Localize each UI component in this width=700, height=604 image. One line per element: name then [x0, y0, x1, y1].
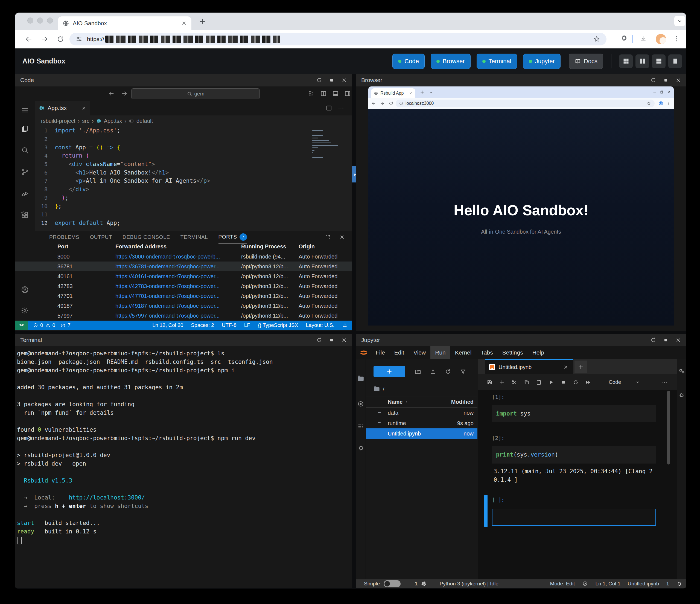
panel-reload-icon[interactable] [316, 77, 322, 83]
cell-type-chevron-icon[interactable] [635, 380, 640, 385]
breadcrumb-symbol[interactable]: default [136, 118, 153, 124]
back-button[interactable] [25, 35, 33, 43]
bookmark-icon[interactable] [593, 35, 600, 43]
extensions-sidebar-icon[interactable] [21, 211, 29, 219]
editor-tab-apptsx[interactable]: App.tsx [35, 101, 90, 116]
embedded-forward-icon[interactable] [380, 101, 385, 106]
cell-editor[interactable]: import sys [492, 405, 656, 422]
tab-close-icon[interactable] [181, 20, 187, 26]
panel-maximize-icon[interactable] [663, 337, 669, 343]
forwarded-address-link[interactable]: https://42783-ondemand-t7osqboc-power... [116, 283, 241, 289]
port-row[interactable]: 36781https://36781-ondemand-t7osqboc-pow… [15, 262, 352, 271]
panel-maximize-icon[interactable] [329, 337, 334, 343]
maximize-panel-icon[interactable] [325, 234, 331, 240]
menu-view[interactable]: View [409, 346, 430, 359]
port-row[interactable]: 40161https://40161-ondemand-t7osqboc-pow… [15, 271, 352, 281]
new-notebook-tab-button[interactable] [574, 361, 587, 373]
cell-editor[interactable] [492, 509, 656, 526]
file-browser-icon[interactable] [357, 377, 364, 381]
debugger-icon[interactable] [678, 391, 685, 398]
copy-cell-icon[interactable] [523, 379, 530, 385]
terminal-output[interactable]: gem@ondemand-t7osqboc-powerbmiuo-fspfs:~… [17, 350, 350, 586]
source-control-icon[interactable] [21, 168, 29, 176]
panel-close-icon[interactable] [341, 77, 347, 83]
notebook-cells[interactable]: [1]:import sys[2]:print(sys.version)3.12… [478, 390, 677, 579]
editor-tab-close-icon[interactable] [81, 105, 86, 111]
panel-close-icon[interactable] [675, 77, 681, 83]
panel-reload-icon[interactable] [316, 337, 322, 343]
customize-layout-icon[interactable] [308, 90, 315, 97]
panel-maximize-icon[interactable] [329, 77, 334, 83]
new-folder-icon[interactable] [415, 368, 421, 375]
traffic-light-zoom[interactable] [47, 18, 53, 24]
embedded-back-icon[interactable] [371, 101, 376, 106]
property-inspector-icon[interactable] [678, 368, 685, 375]
service-button-code[interactable]: Code [392, 54, 425, 69]
panel-reload-icon[interactable] [650, 337, 656, 343]
extensions-icon[interactable] [620, 35, 628, 43]
forwarded-address-link[interactable]: https://47701-ondemand-t7osqboc-power... [116, 293, 241, 299]
reload-button[interactable] [56, 35, 65, 43]
address-bar[interactable]: https:// [70, 33, 606, 45]
service-button-browser[interactable]: Browser [431, 54, 471, 69]
traffic-light-minimize[interactable] [37, 18, 43, 24]
file-breadcrumb[interactable]: / [366, 384, 477, 394]
service-button-terminal[interactable]: Terminal [477, 54, 517, 69]
tab-search-button[interactable] [674, 16, 685, 26]
refresh-icon[interactable] [445, 368, 451, 375]
embedded-minimize-icon[interactable] [652, 90, 657, 94]
port-row[interactable]: 42783https://42783-ondemand-t7osqboc-pow… [15, 281, 352, 291]
menu-help[interactable]: Help [528, 346, 549, 359]
running-kernels-icon[interactable] [357, 401, 364, 407]
layout-grid-button[interactable] [619, 54, 633, 68]
cell-editor[interactable]: print(sys.version) [492, 446, 656, 463]
forwarded-ports-status[interactable]: 7 [60, 322, 71, 328]
run-cell-icon[interactable] [548, 379, 554, 385]
menu-icon[interactable] [21, 106, 29, 114]
remote-indicator[interactable]: >< [15, 321, 28, 330]
panel-maximize-icon[interactable] [663, 77, 669, 83]
run-all-icon[interactable] [585, 379, 591, 385]
cell-type-select[interactable]: Code [609, 379, 621, 385]
embedded-restore-icon[interactable] [660, 90, 664, 94]
spaces-status[interactable]: Spaces: 2 [191, 322, 214, 328]
toggle-panel-icon[interactable] [332, 90, 339, 97]
eol-status[interactable]: LF [244, 322, 250, 328]
problems-status[interactable]: 0 0 [33, 322, 55, 328]
search-sidebar-icon[interactable] [21, 146, 29, 154]
extension-manager-icon[interactable] [357, 445, 364, 452]
browser-tab[interactable]: AIO Sandbox [58, 17, 192, 30]
split-editor-right-icon[interactable] [325, 104, 332, 112]
language-status[interactable]: {} TypeScript JSX [258, 322, 298, 328]
breadcrumb[interactable]: rsbuild-project› src› App.tsx› default [35, 116, 352, 126]
command-center-search[interactable]: gem [131, 88, 260, 99]
notebook-tab-close-icon[interactable] [563, 364, 569, 370]
split-editor-icon[interactable] [320, 90, 327, 97]
embedded-bookmark-icon[interactable] [646, 101, 651, 106]
simple-mode-toggle[interactable] [384, 580, 401, 587]
notifications-bell-icon[interactable] [676, 581, 682, 587]
layout-columns-button[interactable] [635, 54, 649, 68]
site-info-icon[interactable] [75, 35, 82, 43]
embedded-reload-icon[interactable] [389, 101, 394, 106]
restart-kernel-icon[interactable] [573, 379, 579, 385]
add-cell-icon[interactable] [499, 379, 505, 385]
close-panel-icon[interactable] [339, 234, 345, 240]
cut-cell-icon[interactable] [511, 379, 517, 385]
site-info-icon[interactable] [399, 101, 403, 105]
notebook-cell[interactable]: [2]:print(sys.version)3.12.11 (main, Jul… [478, 435, 677, 484]
minimap[interactable] [312, 130, 342, 160]
profile-avatar[interactable] [656, 34, 666, 44]
file-list-header[interactable]: Name Modified [366, 396, 477, 408]
service-button-jupyter[interactable]: Jupyter [523, 54, 560, 69]
embedded-address-bar[interactable]: localhost:3000 [396, 100, 655, 107]
panel-close-icon[interactable] [341, 337, 347, 343]
forwarded-address-link[interactable]: https://3000-ondemand-t7osqboc-powerb... [116, 253, 241, 260]
breadcrumb-project[interactable]: rsbuild-project [41, 118, 75, 124]
forwarded-address-link[interactable]: https://36781-ondemand-t7osqboc-power... [116, 263, 241, 270]
panel-close-icon[interactable] [675, 337, 681, 343]
download-icon[interactable] [639, 35, 647, 43]
notebook-cell[interactable]: [ ]: [478, 497, 677, 526]
breadcrumb-file[interactable]: App.tsx [104, 118, 122, 124]
menu-edit[interactable]: Edit [390, 346, 409, 359]
